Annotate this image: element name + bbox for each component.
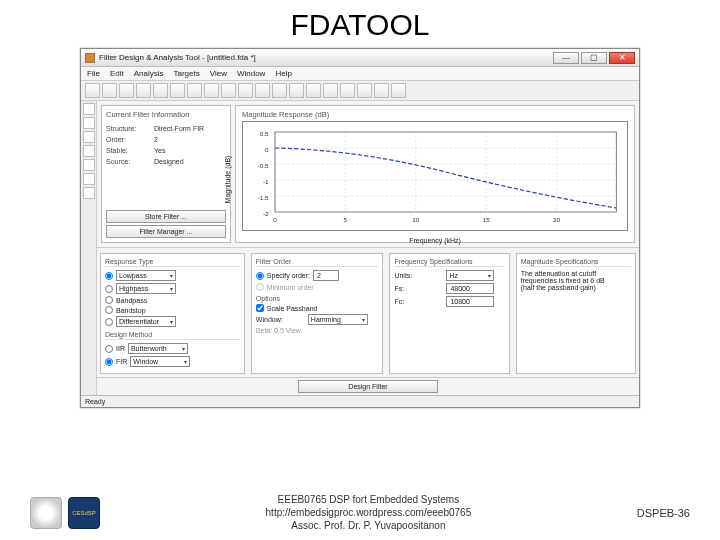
toolbar-coef-icon[interactable] bbox=[289, 83, 304, 98]
toolbar-pz-icon[interactable] bbox=[272, 83, 287, 98]
fs-input[interactable]: 48000 bbox=[446, 283, 494, 294]
menu-view[interactable]: View bbox=[210, 69, 227, 78]
close-button[interactable]: ✕ bbox=[609, 52, 635, 64]
menu-window[interactable]: Window bbox=[237, 69, 265, 78]
svg-text:15: 15 bbox=[483, 216, 491, 223]
bandpass-label: Bandpass bbox=[116, 297, 147, 304]
units-dropdown[interactable]: Hz bbox=[446, 270, 494, 281]
toolbar-extra1-icon[interactable] bbox=[374, 83, 389, 98]
freq-spec-panel: Frequency Specifications Units:Hz Fs:480… bbox=[389, 253, 509, 374]
info-order-value: 2 bbox=[154, 134, 158, 145]
mag-spec-line1: The attenuation at cutoff bbox=[521, 270, 631, 277]
lowpass-dropdown[interactable]: Lowpass bbox=[116, 270, 176, 281]
toolbar-phase-icon[interactable] bbox=[221, 83, 236, 98]
options-header: Options bbox=[256, 295, 379, 302]
specify-order-label: Specify order: bbox=[267, 272, 310, 279]
highpass-dropdown[interactable]: Highpass bbox=[116, 283, 176, 294]
toolbar-save-icon[interactable] bbox=[119, 83, 134, 98]
toolbar-extra2-icon[interactable] bbox=[391, 83, 406, 98]
diff-radio[interactable] bbox=[105, 318, 113, 326]
lowpass-radio[interactable] bbox=[105, 272, 113, 280]
info-source-value: Designed bbox=[154, 156, 184, 167]
toolbar-new-icon[interactable] bbox=[85, 83, 100, 98]
strip-btn-1[interactable] bbox=[83, 103, 95, 115]
toolbar-info-icon[interactable] bbox=[306, 83, 321, 98]
fir-radio[interactable] bbox=[105, 358, 113, 366]
toolbar-open-icon[interactable] bbox=[102, 83, 117, 98]
toolbar-spec-icon[interactable] bbox=[323, 83, 338, 98]
scale-passband-check[interactable] bbox=[256, 304, 264, 312]
toolbar-impulse-icon[interactable] bbox=[238, 83, 253, 98]
strip-btn-2[interactable] bbox=[83, 117, 95, 129]
slide-title: FDATOOL bbox=[0, 0, 720, 46]
bandstop-radio[interactable] bbox=[105, 306, 113, 314]
mag-spec-line3: (half the passband gain) bbox=[521, 284, 631, 291]
store-filter-button[interactable]: Store Filter ... bbox=[106, 210, 226, 223]
design-filter-button[interactable]: Design Filter bbox=[298, 380, 438, 393]
window-label: Window: bbox=[256, 316, 304, 323]
titlebar: Filter Design & Analysis Tool - [untitle… bbox=[81, 49, 639, 67]
svg-text:5: 5 bbox=[344, 216, 348, 223]
highpass-radio[interactable] bbox=[105, 285, 113, 293]
strip-btn-3[interactable] bbox=[83, 131, 95, 143]
fir-dropdown[interactable]: Window bbox=[130, 356, 190, 367]
toolbar-zoomin-icon[interactable] bbox=[153, 83, 168, 98]
slide-footer: CESdSP EEEB0765 DSP fort Embedded System… bbox=[0, 493, 720, 532]
info-structure-value: Direct-Form FIR bbox=[154, 123, 204, 134]
svg-text:0: 0 bbox=[265, 146, 269, 153]
svg-text:10: 10 bbox=[412, 216, 420, 223]
order-input[interactable]: 2 bbox=[313, 270, 339, 281]
min-order-label: Minimum order bbox=[267, 284, 314, 291]
university-logo-icon bbox=[30, 497, 62, 529]
menu-analysis[interactable]: Analysis bbox=[134, 69, 164, 78]
svg-text:-2: -2 bbox=[263, 210, 269, 217]
strip-btn-6[interactable] bbox=[83, 173, 95, 185]
fc-input[interactable]: 10800 bbox=[446, 296, 494, 307]
minimize-button[interactable]: — bbox=[553, 52, 579, 64]
toolbar-print-icon[interactable] bbox=[136, 83, 151, 98]
bandstop-label: Bandstop bbox=[116, 307, 146, 314]
toolbar-zoomout-icon[interactable] bbox=[170, 83, 185, 98]
bandpass-radio[interactable] bbox=[105, 296, 113, 304]
plot-ylabel: Magnitude (dB) bbox=[224, 156, 231, 204]
strip-btn-5[interactable] bbox=[83, 159, 95, 171]
menu-targets[interactable]: Targets bbox=[173, 69, 199, 78]
menubar: File Edit Analysis Targets View Window H… bbox=[81, 67, 639, 81]
beta-row: Beta: 0.5 View bbox=[256, 327, 379, 334]
svg-text:-0.5: -0.5 bbox=[258, 162, 270, 169]
maximize-button[interactable]: ▢ bbox=[581, 52, 607, 64]
svg-text:-1: -1 bbox=[263, 178, 269, 185]
toolbar-help-icon[interactable] bbox=[357, 83, 372, 98]
iir-label: IIR bbox=[116, 345, 125, 352]
specify-order-radio[interactable] bbox=[256, 272, 264, 280]
plot-area[interactable]: 0.5 0 -0.5 -1 -1.5 -2 0 5 10 15 20 bbox=[242, 121, 628, 231]
menu-file[interactable]: File bbox=[87, 69, 100, 78]
strip-btn-4[interactable] bbox=[83, 145, 95, 157]
iir-radio[interactable] bbox=[105, 345, 113, 353]
fc-label: Fc: bbox=[394, 298, 442, 305]
toolbar-mag-icon[interactable] bbox=[204, 83, 219, 98]
toolbar-step-icon[interactable] bbox=[255, 83, 270, 98]
design-method-header: Design Method bbox=[105, 331, 240, 340]
menu-edit[interactable]: Edit bbox=[110, 69, 124, 78]
filter-info-panel: Current Filter Information Structure:Dir… bbox=[101, 105, 231, 243]
svg-text:-1.5: -1.5 bbox=[258, 194, 270, 201]
iir-dropdown[interactable]: Butterworth bbox=[128, 343, 188, 354]
plot-xlabel: Frequency (kHz) bbox=[409, 237, 461, 244]
toolbar bbox=[81, 81, 639, 101]
strip-btn-7[interactable] bbox=[83, 187, 95, 199]
footer-line1: EEEB0765 DSP fort Embedded Systems bbox=[100, 493, 637, 506]
diff-dropdown[interactable]: Differentiator bbox=[116, 316, 176, 327]
toolbar-pan-icon[interactable] bbox=[187, 83, 202, 98]
info-stable-label: Stable: bbox=[106, 145, 154, 156]
menu-help[interactable]: Help bbox=[275, 69, 291, 78]
window-title: Filter Design & Analysis Tool - [untitle… bbox=[99, 53, 256, 62]
response-type-header: Response Type bbox=[105, 258, 240, 267]
fdatool-window: Filter Design & Analysis Tool - [untitle… bbox=[80, 48, 640, 408]
footer-line3: Assoc. Prof. Dr. P. Yuvapoositanon bbox=[100, 519, 637, 532]
window-dropdown[interactable]: Hamming bbox=[308, 314, 368, 325]
filter-manager-button[interactable]: Filter Manager ... bbox=[106, 225, 226, 238]
toolbar-realize-icon[interactable] bbox=[340, 83, 355, 98]
freq-spec-header: Frequency Specifications bbox=[394, 258, 504, 267]
info-structure-label: Structure: bbox=[106, 123, 154, 134]
